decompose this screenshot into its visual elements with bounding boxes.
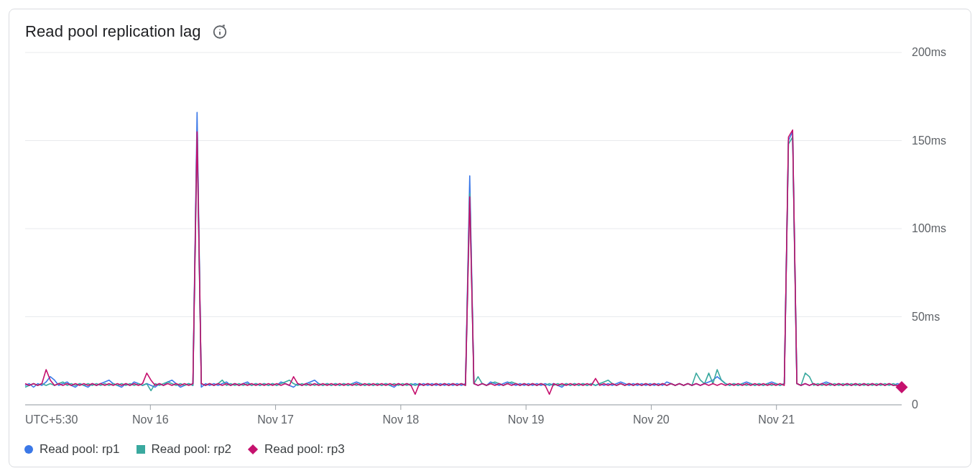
diamond-marker-icon	[247, 444, 259, 455]
legend-label: Read pool: rp3	[264, 442, 345, 457]
svg-point-27	[24, 445, 33, 454]
svg-text:50ms: 50ms	[912, 311, 940, 323]
svg-text:100ms: 100ms	[912, 222, 946, 234]
legend-item-rp2[interactable]: Read pool: rp2	[136, 442, 232, 457]
svg-text:Nov 18: Nov 18	[383, 413, 420, 426]
svg-point-1	[219, 29, 220, 30]
legend-item-rp3[interactable]: Read pool: rp3	[247, 442, 345, 457]
svg-rect-26	[896, 381, 908, 393]
circle-marker-icon	[24, 444, 34, 454]
svg-text:Nov 20: Nov 20	[633, 413, 670, 426]
line-chart-svg: 050ms100ms150ms200msNov 16Nov 17Nov 18No…	[21, 45, 959, 436]
svg-text:200ms: 200ms	[912, 46, 946, 58]
info-refresh-icon[interactable]	[211, 23, 228, 40]
timezone-label: UTC+5:30	[25, 413, 78, 426]
svg-text:Nov 16: Nov 16	[132, 413, 169, 426]
chart-card: Read pool replication lag 050ms100ms150m…	[9, 9, 971, 467]
svg-text:150ms: 150ms	[912, 134, 946, 147]
svg-text:Nov 19: Nov 19	[508, 413, 545, 426]
card-header: Read pool replication lag	[21, 22, 959, 41]
chart-legend: Read pool: rp1 Read pool: rp2 Read pool:…	[21, 436, 959, 457]
svg-text:Nov 17: Nov 17	[257, 413, 294, 426]
svg-text:Nov 21: Nov 21	[758, 413, 795, 426]
square-marker-icon	[136, 444, 146, 454]
chart-plot-area[interactable]: 050ms100ms150ms200msNov 16Nov 17Nov 18No…	[21, 45, 959, 436]
legend-item-rp1[interactable]: Read pool: rp1	[24, 442, 120, 457]
legend-label: Read pool: rp2	[152, 442, 232, 457]
legend-label: Read pool: rp1	[40, 442, 120, 457]
svg-rect-29	[248, 444, 258, 454]
svg-rect-28	[137, 445, 145, 454]
svg-text:0: 0	[912, 398, 918, 411]
chart-title: Read pool replication lag	[25, 22, 201, 41]
